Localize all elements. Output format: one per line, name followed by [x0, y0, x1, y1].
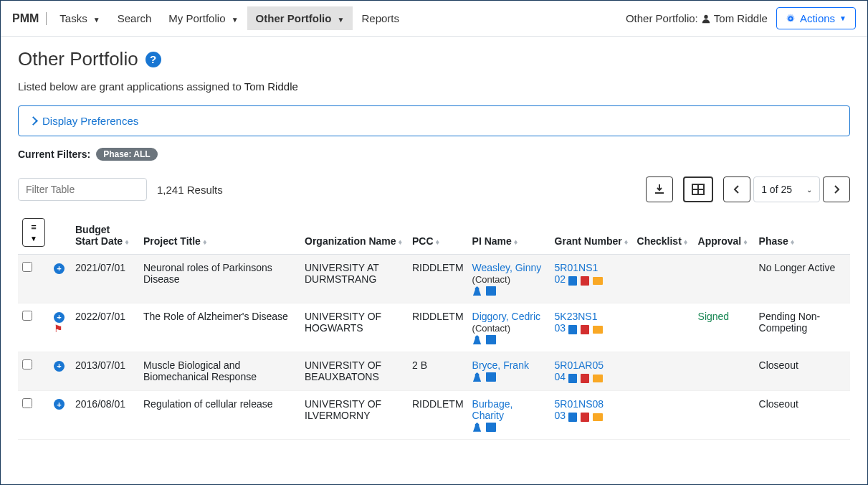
person-icon[interactable] — [472, 423, 482, 432]
cell-checklist — [633, 352, 694, 391]
pi-name-link[interactable]: Burbage, Charity — [472, 398, 513, 421]
nav-other-portfolio-label: Other Portfolio — [256, 12, 332, 24]
nav-my-portfolio-label: My Portfolio — [168, 12, 225, 24]
grid-view-button[interactable] — [683, 176, 713, 202]
expand-icon[interactable]: + — [54, 263, 65, 274]
document-icon[interactable] — [568, 374, 577, 383]
pi-name-link[interactable]: Weasley, Ginny — [472, 262, 542, 273]
grant-suffix[interactable]: 04 — [555, 371, 566, 382]
envelope-icon[interactable] — [486, 372, 496, 382]
nav-tasks[interactable]: Tasks ▼ — [51, 6, 108, 30]
display-preferences-label: Display Preferences — [42, 115, 138, 127]
grant-suffix[interactable]: 03 — [555, 410, 566, 421]
portfolio-owner: Other Portfolio: Tom Riddle — [626, 12, 768, 24]
next-page-button[interactable] — [823, 176, 850, 202]
pager: 1 of 25 ⌄ — [723, 176, 850, 202]
cell-org-name: UNIVERSITY AT DURMSTRANG — [300, 255, 408, 303]
nav-search[interactable]: Search — [109, 6, 161, 30]
nav-other-portfolio[interactable]: Other Portfolio ▼ — [247, 6, 353, 30]
sort-icon: ♦ — [791, 237, 795, 246]
download-button[interactable] — [646, 176, 673, 202]
display-preferences-toggle[interactable]: Display Preferences — [18, 105, 850, 136]
table-row: +2021/07/01Neuronal roles of Parkinsons … — [18, 255, 850, 303]
row-checkbox[interactable] — [22, 359, 32, 369]
expand-icon[interactable]: + — [54, 361, 65, 372]
document-icon[interactable] — [568, 325, 577, 334]
caret-icon: ▼ — [839, 14, 846, 22]
folder-icon[interactable] — [593, 277, 603, 285]
help-icon[interactable]: ? — [146, 52, 161, 67]
cell-org-name: UNIVERSITY OF ILVERMORNY — [300, 390, 408, 439]
col-pcc[interactable]: PCC — [412, 235, 434, 247]
envelope-icon[interactable] — [486, 286, 496, 296]
nav-tasks-label: Tasks — [59, 12, 87, 24]
pdf-icon[interactable] — [581, 413, 589, 422]
document-icon[interactable] — [568, 413, 577, 422]
grant-suffix[interactable]: 02 — [555, 273, 566, 285]
pdf-icon[interactable] — [581, 325, 589, 334]
page-title: Other Portfolio ? — [18, 48, 850, 70]
folder-icon[interactable] — [593, 326, 603, 334]
nav-my-portfolio[interactable]: My Portfolio ▼ — [160, 6, 247, 30]
folder-icon[interactable] — [593, 375, 603, 382]
cell-phase: Pending Non-Competing — [755, 303, 850, 352]
chevron-left-icon — [733, 185, 740, 194]
pi-contact-label: (Contact) — [472, 274, 510, 285]
filters-label: Current Filters: — [18, 149, 90, 160]
filter-chip-phase[interactable]: Phase: ALL — [96, 148, 158, 161]
grant-suffix[interactable]: 03 — [555, 322, 566, 334]
pdf-icon[interactable] — [581, 374, 589, 383]
grant-number-link[interactable]: 5K23NS1 — [555, 311, 598, 322]
cell-pcc: RIDDLETM — [408, 303, 468, 352]
col-org-name[interactable]: Organization Name — [305, 235, 396, 247]
cell-project-title: The Role of Alzheimer's Disease — [139, 303, 300, 352]
sort-icon: ♦ — [743, 237, 748, 246]
cell-project-title: Regulation of cellular release — [139, 390, 300, 439]
results-count: 1,241 Results — [157, 184, 223, 196]
table-row: +⚑2022/07/01The Role of Alzheimer's Dise… — [18, 303, 850, 352]
document-icon[interactable] — [568, 276, 577, 286]
grant-number-link[interactable]: 5R01AR05 — [555, 359, 604, 371]
person-icon[interactable] — [472, 372, 482, 382]
actions-button[interactable]: Actions ▼ — [776, 7, 856, 29]
actions-label: Actions — [800, 12, 835, 24]
pi-name-link[interactable]: Diggory, Cedric — [472, 311, 540, 322]
subtitle-prefix: Listed below are grant applications assi… — [18, 80, 242, 93]
cell-budget-start: 2021/07/01 — [71, 255, 139, 303]
flag-icon: ⚑ — [54, 323, 63, 334]
row-checkbox[interactable] — [22, 398, 32, 408]
cell-phase: Closeout — [755, 390, 850, 439]
grant-number-link[interactable]: 5R01NS1 — [555, 262, 598, 273]
col-pi-name[interactable]: PI Name — [472, 235, 512, 247]
row-checkbox[interactable] — [22, 311, 32, 321]
expand-icon[interactable]: + — [54, 312, 65, 323]
row-checkbox[interactable] — [22, 262, 32, 272]
chevron-right-icon — [833, 185, 840, 194]
page-select[interactable]: 1 of 25 ⌄ — [753, 176, 820, 202]
prev-page-button[interactable] — [723, 176, 750, 202]
nav-reports[interactable]: Reports — [353, 6, 408, 30]
col-approval[interactable]: Approval — [698, 235, 742, 247]
grant-number-link[interactable]: 5R01NS08 — [555, 398, 604, 410]
folder-icon[interactable] — [593, 413, 603, 421]
pi-name-link[interactable]: Bryce, Frank — [472, 359, 529, 371]
envelope-icon[interactable] — [486, 423, 496, 432]
filter-input[interactable] — [18, 178, 147, 201]
person-icon[interactable] — [472, 335, 482, 344]
expand-icon[interactable]: + — [54, 399, 65, 410]
col-budget-start[interactable]: Budget Start Date — [75, 224, 123, 247]
caret-icon: ▼ — [338, 16, 345, 24]
envelope-icon[interactable] — [486, 335, 496, 344]
col-project-title[interactable]: Project Title — [143, 235, 201, 247]
col-grant-number[interactable]: Grant Number — [555, 235, 622, 247]
col-checklist[interactable]: Checklist — [637, 235, 682, 247]
subtitle-owner: Tom Riddle — [244, 80, 298, 93]
person-icon[interactable] — [472, 286, 482, 296]
caret-icon: ▼ — [232, 16, 239, 24]
sort-icon: ♦ — [203, 237, 207, 246]
cell-project-title: Neuronal roles of Parkinsons Disease — [139, 255, 300, 303]
col-phase[interactable]: Phase — [759, 235, 788, 247]
row-menu-button[interactable]: ≡ ▼ — [22, 218, 45, 247]
pdf-icon[interactable] — [581, 276, 589, 286]
cell-phase: Closeout — [755, 352, 850, 391]
